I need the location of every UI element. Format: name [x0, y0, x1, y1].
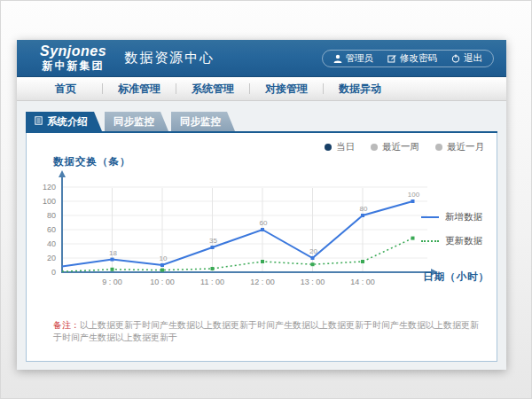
tab-system-intro[interactable]: 系统介绍	[26, 112, 102, 131]
tab-strip: 系统介绍 同步监控 同步监控	[17, 112, 506, 131]
radio-last-month[interactable]: 最近一月	[435, 141, 484, 153]
radio-label: 最近一周	[382, 141, 419, 153]
legend-label: 新增数据	[445, 211, 482, 223]
logout-label: 退出	[464, 52, 482, 65]
svg-text:60: 60	[47, 225, 56, 234]
svg-text:14 : 00: 14 : 00	[350, 278, 375, 286]
tab-label: 同步监控	[180, 115, 221, 129]
current-user-button[interactable]: 管理员	[333, 52, 374, 65]
tab-sync-monitor-2[interactable]: 同步监控	[171, 112, 235, 131]
logo-text-en: Synjones	[40, 43, 106, 59]
nav-item-interface-mgmt[interactable]: 对接管理	[250, 82, 323, 97]
radio-last-week[interactable]: 最近一周	[371, 141, 419, 153]
legend-item-new-data[interactable]: 新增数据	[421, 211, 482, 223]
footnote-prefix: 备注：	[53, 320, 80, 330]
svg-text:20: 20	[309, 247, 317, 255]
svg-text:10: 10	[160, 254, 168, 262]
radio-unselected-icon	[435, 144, 442, 151]
line-chart: 0204060801001209 : 0010 : 0011 : 0012 : …	[27, 165, 443, 302]
app-header: Synjones 新中新集团 数据资源中心 管理员 修改密码 退出	[17, 40, 506, 77]
user-icon	[333, 54, 342, 63]
chart-legend: 新增数据 更新数据	[421, 211, 482, 247]
radio-label: 最近一月	[447, 141, 484, 153]
svg-text:35: 35	[209, 237, 217, 245]
legend-label: 更新数据	[445, 235, 482, 247]
nav-item-standard-mgmt[interactable]: 标准管理	[103, 82, 176, 97]
svg-text:9 : 00: 9 : 00	[102, 278, 122, 286]
footnote: 备注：以上数据更新于时间产生数据以上数据更新于时间产生数据以上数据更新于时间产生…	[53, 319, 479, 344]
svg-text:10 : 00: 10 : 00	[150, 278, 175, 286]
radio-unselected-icon	[371, 144, 378, 151]
svg-text:60: 60	[260, 219, 268, 227]
svg-text:40: 40	[47, 239, 56, 248]
nav-item-system-mgmt[interactable]: 系统管理	[176, 82, 249, 97]
nav-item-home[interactable]: 首页	[29, 82, 102, 97]
svg-text:100: 100	[408, 191, 420, 199]
content-panel: 当日 最近一周 最近一月 数据交换（条） 0204060801001209 : …	[26, 133, 497, 362]
radio-selected-icon	[325, 144, 332, 151]
change-password-label: 修改密码	[400, 52, 437, 65]
main-window: Synjones 新中新集团 数据资源中心 管理员 修改密码 退出 首页 标准管…	[17, 40, 506, 370]
dotted-line-icon	[421, 240, 439, 242]
svg-text:12 : 00: 12 : 00	[250, 278, 275, 286]
svg-text:100: 100	[43, 197, 56, 206]
footnote-text: 以上数据更新于时间产生数据以上数据更新于时间产生数据以上数据更新于时间产生数据以…	[53, 320, 479, 342]
power-icon	[451, 54, 460, 63]
page: { "header": { "logo_line1": "Synjones", …	[0, 0, 532, 399]
tab-label: 同步监控	[113, 115, 154, 129]
logout-button[interactable]: 退出	[451, 52, 482, 65]
time-range-filter: 当日 最近一周 最近一月	[325, 141, 484, 153]
svg-text:80: 80	[47, 211, 56, 220]
document-icon	[35, 116, 43, 127]
tab-label: 系统介绍	[47, 115, 88, 129]
user-toolbar: 管理员 修改密码 退出	[322, 50, 495, 67]
svg-text:120: 120	[43, 183, 56, 192]
company-logo: Synjones 新中新集团	[40, 43, 106, 72]
radio-today[interactable]: 当日	[325, 141, 355, 153]
svg-text:11 : 00: 11 : 00	[200, 278, 224, 286]
svg-text:80: 80	[360, 205, 368, 213]
current-user-label: 管理员	[346, 52, 374, 65]
solid-line-icon	[421, 216, 439, 218]
x-axis-title: 日期（小时）	[423, 270, 489, 284]
legend-item-updated-data[interactable]: 更新数据	[421, 235, 482, 247]
svg-text:0: 0	[51, 268, 56, 277]
svg-text:20: 20	[47, 254, 56, 262]
edit-icon	[387, 54, 396, 63]
tab-sync-monitor-1[interactable]: 同步监控	[105, 112, 168, 131]
radio-label: 当日	[336, 141, 355, 153]
line-chart-svg: 0204060801001209 : 0010 : 0011 : 0012 : …	[27, 165, 443, 302]
svg-text:13 : 00: 13 : 00	[301, 278, 325, 286]
change-password-button[interactable]: 修改密码	[387, 52, 437, 65]
svg-text:18: 18	[109, 249, 117, 257]
nav-item-data-change[interactable]: 数据异动	[324, 82, 396, 97]
page-title: 数据资源中心	[124, 50, 215, 66]
main-nav: 首页 标准管理 系统管理 对接管理 数据异动	[17, 77, 506, 101]
logo-text-cn: 新中新集团	[40, 60, 106, 73]
